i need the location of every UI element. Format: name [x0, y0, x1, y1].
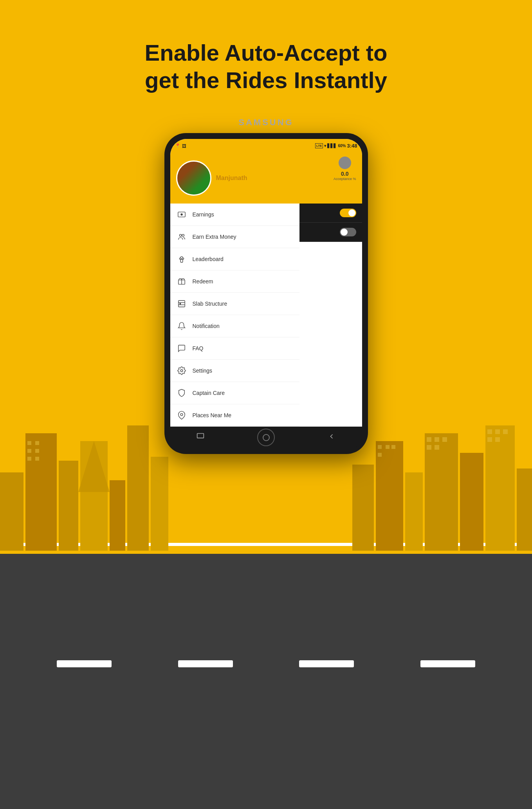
svg-point-38 [180, 213, 183, 216]
svg-rect-30 [487, 429, 492, 434]
phone-wrapper: SAMSUNG 📍 🖼 LTE ▾ ▋▋▋ 60% 3:48 [164, 133, 368, 454]
svg-rect-9 [27, 449, 31, 453]
menu-item-redeem[interactable]: Redeem [170, 270, 299, 293]
menu-item-earnings[interactable]: Earnings [170, 204, 299, 226]
notification-menu-icon [176, 321, 187, 332]
svg-rect-32 [503, 429, 508, 434]
menu-item-earn-extra[interactable]: Earn Extra Money [170, 226, 299, 248]
svg-rect-17 [425, 433, 458, 551]
status-right: LTE ▾ ▋▋▋ 60% 3:48 [315, 143, 357, 149]
faq-label: FAQ [193, 345, 204, 351]
svg-rect-29 [442, 437, 447, 442]
svg-rect-0 [0, 472, 23, 551]
svg-rect-14 [352, 465, 374, 551]
profile-avatar [176, 160, 211, 196]
my-route-toggle[interactable] [340, 228, 356, 236]
clock: 3:48 [347, 143, 357, 149]
notification-label: Notification [193, 323, 220, 329]
svg-point-43 [180, 257, 183, 259]
nav-home-btn[interactable] [257, 429, 275, 446]
svg-rect-4 [110, 480, 125, 551]
online-toggle[interactable] [339, 157, 351, 169]
svg-rect-11 [27, 457, 31, 461]
menu-item-places[interactable]: Places Near Me [170, 404, 299, 427]
svg-rect-19 [485, 425, 515, 551]
svg-rect-24 [378, 453, 382, 457]
svg-rect-33 [487, 437, 492, 442]
status-bar: 📍 🖼 LTE ▾ ▋▋▋ 60% 3:48 [170, 139, 362, 153]
menu-item-settings[interactable]: Settings [170, 360, 299, 382]
nav-back-btn[interactable] [197, 432, 204, 442]
svg-rect-12 [35, 457, 39, 461]
menu-item-captain-care[interactable]: Captain Care [170, 382, 299, 404]
svg-rect-5 [127, 425, 149, 551]
redeem-label: Redeem [193, 278, 213, 285]
menu-item-leaderboard[interactable]: Leaderboard [170, 248, 299, 270]
auto-accept-toggle[interactable] [340, 209, 356, 217]
svg-rect-10 [35, 449, 39, 453]
svg-rect-18 [460, 453, 483, 551]
svg-rect-8 [35, 441, 39, 445]
svg-rect-27 [427, 445, 431, 450]
leaderboard-icon [176, 254, 187, 265]
svg-rect-25 [427, 437, 431, 442]
signal-bars: ▋▋▋ [327, 144, 337, 148]
profile-toggle-area: 0.0 Acceptance % [334, 157, 356, 181]
places-icon [176, 410, 187, 421]
menu-item-faq[interactable]: FAQ [170, 337, 299, 360]
captain-care-label: Captain Care [193, 390, 225, 396]
svg-rect-2 [59, 461, 78, 551]
menu-drawer: Earnings Earn Extra Money Leaderboard [170, 204, 299, 427]
acceptance-label: Acceptance % [334, 177, 356, 181]
captain-care-icon [176, 387, 187, 398]
auto-accept-knob [348, 209, 355, 216]
faq-icon [176, 343, 187, 354]
road-dash-2 [178, 660, 233, 667]
svg-rect-23 [391, 445, 395, 449]
home-circle [263, 434, 270, 441]
phone-device: 📍 🖼 LTE ▾ ▋▋▋ 60% 3:48 Manjunath [164, 133, 368, 454]
earnings-icon [176, 209, 187, 220]
location-icon: 📍 [175, 143, 180, 148]
phone-navigation [170, 427, 362, 448]
avatar-image [177, 162, 210, 195]
redeem-icon [176, 276, 187, 287]
svg-rect-44 [180, 259, 183, 262]
menu-item-notification[interactable]: Notification [170, 315, 299, 337]
earnings-label: Earnings [193, 211, 214, 218]
headline-line2-bold: Rides Instantly [225, 67, 387, 93]
slab-icon [176, 298, 187, 309]
road-section [0, 543, 532, 809]
svg-point-42 [182, 234, 184, 237]
svg-point-51 [180, 369, 183, 372]
profile-header: Manjunath 0.0 Acceptance % [170, 153, 362, 204]
road-dash-3 [299, 660, 354, 667]
road-dash-1 [57, 660, 112, 667]
svg-point-50 [179, 303, 180, 305]
notification-icon: 🖼 [182, 144, 186, 148]
svg-rect-20 [517, 468, 532, 551]
leaderboard-label: Leaderboard [193, 256, 224, 262]
svg-rect-7 [27, 441, 31, 445]
svg-rect-28 [435, 445, 439, 450]
places-label: Places Near Me [193, 412, 232, 418]
svg-rect-21 [378, 445, 382, 449]
headline-section: Enable Auto-Accept to get the Rides Inst… [0, 39, 532, 94]
headline-line1: Enable Auto-Accept to [145, 40, 388, 65]
nav-recent-btn[interactable] [328, 432, 335, 442]
battery-level: 60% [338, 144, 346, 148]
road-dashes-row [0, 660, 532, 667]
menu-item-slab[interactable]: Slab Structure [170, 293, 299, 315]
earn-extra-icon [176, 231, 187, 242]
profile-right: 0.0 Acceptance % [334, 157, 356, 181]
svg-point-52 [180, 413, 183, 416]
svg-rect-22 [386, 445, 390, 449]
phone-screen: 📍 🖼 LTE ▾ ▋▋▋ 60% 3:48 Manjunath [170, 139, 362, 448]
svg-rect-16 [405, 472, 423, 551]
svg-point-41 [179, 234, 182, 237]
svg-rect-53 [197, 434, 204, 438]
headline-text: Enable Auto-Accept to get the Rides Inst… [31, 39, 501, 94]
settings-icon [176, 365, 187, 376]
lte-badge: LTE [315, 143, 323, 148]
svg-rect-26 [435, 437, 439, 442]
